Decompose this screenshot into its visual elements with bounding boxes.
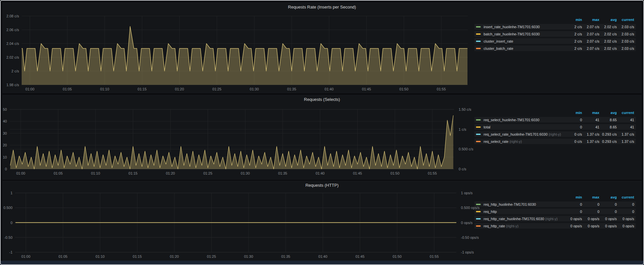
legend-row[interactable]: insert_rate_huolinhe-TM1701:60302 c/s2.0… [474, 24, 636, 29]
legend-column-header[interactable]: current [617, 195, 634, 199]
series-group [22, 27, 467, 85]
legend-header-row: minmaxavgcurrent [474, 17, 636, 22]
legend-series-name[interactable]: req_select_rate (right-y) [484, 140, 565, 143]
right-y-tick-label: 1 ops/s [461, 191, 473, 195]
y-tick-label: 30 [3, 131, 7, 135]
legend-row[interactable]: req_http_huolinhe-TM1701:60300000 [474, 201, 636, 207]
legend-column-header[interactable]: avg [599, 111, 617, 115]
legend-column-header[interactable]: min [565, 111, 582, 115]
legend-series-name[interactable]: req_http_rate_huolinhe-TM1701:6030 (righ… [484, 217, 565, 221]
right-y-tick-label: 0 ops/s [461, 221, 473, 225]
legend-row[interactable]: req_select_rate (right-y)0 c/s1.37 c/s0.… [474, 139, 636, 144]
legend-stat-value: 0 c/s [565, 140, 582, 143]
legend-row[interactable]: req_http_rate_huolinhe-TM1701:6030 (righ… [474, 216, 636, 221]
legend-column-header[interactable]: current [617, 18, 634, 22]
panel-title[interactable]: Requests (Selects) [3, 97, 641, 102]
legend-series-name[interactable]: req_http_rate (right-y) [484, 224, 565, 228]
y-tick-label: 0.500 [3, 206, 12, 210]
legend-stat-value: 2.02 c/s [599, 25, 617, 29]
y-tick-label: 2.02 c/s [6, 55, 19, 59]
legend-series-name[interactable]: insert_rate_huolinhe-TM1701:6030 [484, 25, 565, 29]
legend-stat-value: 2.02 c/s [599, 32, 617, 36]
panel-requests-selects: Requests (Selects) 01:0001:0501:1001:150… [3, 95, 641, 180]
x-tick-label: 01:55 [428, 171, 437, 175]
y-tick-label: 2.04 c/s [6, 42, 19, 46]
legend-stat-value: 2 c/s [565, 25, 582, 29]
x-tick-label: 01:30 [244, 255, 253, 258]
panel-title[interactable]: Requests (HTTP) [3, 183, 641, 188]
requests-rate-legend: minmaxavgcurrentinsert_rate_huolinhe-TM1… [474, 17, 636, 53]
legend-row[interactable]: req_select_huolinhe-TM1701:60300418.6541 [474, 117, 636, 123]
legend-series-name[interactable]: req_http_huolinhe-TM1701:6030 [484, 202, 565, 206]
y-tick-label: 1 [10, 191, 12, 195]
legend-column-header[interactable]: max [582, 111, 599, 115]
x-tick-label: 01:40 [324, 87, 334, 91]
x-tick-label: 01:25 [203, 171, 213, 175]
x-tick-label: 01:15 [133, 255, 142, 258]
legend-stat-value: 0 [599, 210, 617, 214]
legend-header-row: minmaxavgcurrent [474, 110, 636, 115]
right-y-tick-label: 1 c/s [459, 127, 467, 131]
x-tick-label: 01:20 [175, 87, 184, 91]
legend-row[interactable]: req_http0000 [474, 209, 636, 214]
legend-header-row: minmaxavgcurrent [474, 194, 636, 200]
legend-stat-value: 8.65 [599, 125, 617, 129]
legend-stat-value: 2.07 c/s [582, 25, 599, 29]
legend-series-name[interactable]: req_select_huolinhe-TM1701:6030 [484, 118, 565, 122]
x-tick-label: 01:05 [54, 171, 63, 175]
x-tick-label: 01:50 [393, 255, 402, 258]
legend-row[interactable]: cluster_batch_rate2 c/s2.07 c/s2.02 c/s2… [474, 46, 636, 51]
x-tick-label: 01:45 [355, 255, 364, 258]
legend-column-header[interactable]: min [565, 18, 582, 22]
legend-series-name[interactable]: batch_rate_huolinhe-TM1701:6030 [484, 32, 565, 36]
legend-stat-value: 2.07 c/s [582, 39, 599, 43]
x-tick-label: 01:20 [166, 171, 175, 175]
y-tick-label: 10 [3, 155, 7, 159]
legend-stat-value: 41 [617, 125, 634, 129]
legend-stat-value: 2.03 c/s [617, 25, 634, 29]
legend-row[interactable]: req_select_rate_huolinhe-TM1701:6030 (ri… [474, 131, 636, 137]
legend-stat-value: 2 c/s [565, 32, 582, 36]
legend-stat-value: 0 ops/s [565, 217, 582, 221]
legend-row[interactable]: batch_rate_huolinhe-TM1701:60302 c/s2.07… [474, 31, 636, 37]
right-y-suffix: (right-y) [505, 224, 518, 228]
series-color-swatch [476, 26, 481, 28]
legend-column-header[interactable]: avg [599, 18, 617, 22]
legend-stat-value: 2 c/s [565, 39, 582, 43]
legend-column-header[interactable]: avg [599, 195, 617, 199]
legend-series-name[interactable]: cluster_batch_rate [484, 47, 565, 50]
x-tick-label: 01:55 [430, 255, 439, 258]
legend-stat-value: 0 ops/s [582, 217, 599, 221]
legend-row[interactable]: cluster_insert_rate2 c/s2.07 c/s2.02 c/s… [474, 38, 636, 44]
x-tick-label: 01:50 [399, 87, 408, 91]
legend-stat-value: 2.03 c/s [617, 47, 634, 50]
panel-title[interactable]: Requests Rate (Inserts per Second) [3, 5, 641, 9]
series-color-swatch [476, 204, 481, 205]
legend-series-name[interactable]: req_select_rate_huolinhe-TM1701:6030 (ri… [484, 132, 565, 136]
x-tick-label: 01:55 [437, 87, 446, 91]
legend-column-header[interactable]: max [582, 18, 599, 22]
x-tick-label: 01:25 [212, 87, 221, 91]
series-area [22, 27, 467, 85]
legend-stat-value: 41 [582, 118, 599, 122]
legend-series-name[interactable]: total [484, 125, 565, 129]
series-color-swatch [476, 48, 481, 49]
y-tick-label: 20 [3, 143, 7, 147]
legend-stat-value: 0 [565, 118, 582, 122]
x-tick-label: 01:00 [21, 255, 31, 258]
legend-series-name[interactable]: req_http [484, 210, 565, 214]
legend-stat-value: 2.07 c/s [582, 47, 599, 50]
axis-labels: 01:0001:0501:1001:1501:2001:2501:3001:35… [3, 191, 480, 258]
series-color-swatch [476, 141, 481, 142]
legend-column-header[interactable]: current [617, 111, 634, 115]
legend-row[interactable]: total0418.6541 [474, 124, 636, 130]
right-y-tick-label: 0 c/s [459, 167, 467, 171]
legend-column-header[interactable]: min [565, 195, 582, 199]
legend-series-name[interactable]: cluster_insert_rate [484, 39, 565, 43]
legend-column-header[interactable]: max [582, 195, 599, 199]
legend-stat-value: 1.37 c/s [582, 132, 599, 136]
x-tick-label: 01:10 [100, 87, 109, 91]
x-tick-label: 01:35 [287, 87, 296, 91]
series-group [10, 115, 453, 169]
legend-row[interactable]: req_http_rate (right-y)0 ops/s0 ops/s0 o… [474, 223, 636, 229]
